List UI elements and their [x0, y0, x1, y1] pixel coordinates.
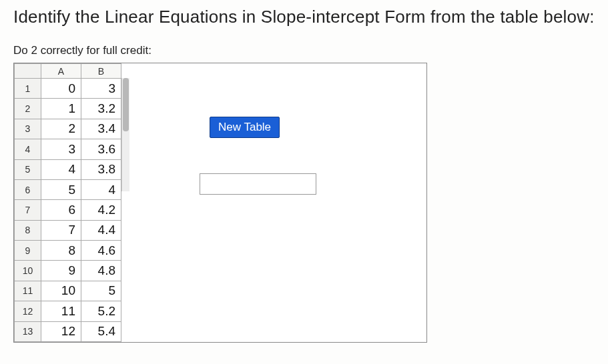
- cell-a[interactable]: 1: [41, 99, 81, 119]
- cell-a[interactable]: 6: [41, 200, 81, 220]
- spreadsheet-area: A B 103213.2323.4433.6543.8654764.2874.4…: [14, 63, 129, 342]
- data-table: A B 103213.2323.4433.6543.8654764.2874.4…: [14, 63, 121, 342]
- cell-b[interactable]: 4.6: [81, 241, 121, 261]
- table-row: 213.2: [15, 99, 121, 119]
- table-row: 323.4: [15, 119, 121, 139]
- cell-b[interactable]: 4.2: [81, 200, 121, 220]
- cell-a[interactable]: 9: [41, 261, 81, 281]
- row-number[interactable]: 1: [15, 79, 41, 99]
- question-title: Identify the Linear Equations in Slope-i…: [13, 7, 595, 27]
- row-number[interactable]: 7: [15, 200, 41, 220]
- col-header-a[interactable]: A: [41, 64, 81, 79]
- row-number[interactable]: 11: [15, 281, 41, 301]
- cell-a[interactable]: 10: [41, 281, 81, 301]
- cell-a[interactable]: 7: [41, 220, 81, 240]
- row-number[interactable]: 2: [15, 99, 41, 119]
- cell-b[interactable]: 3.2: [81, 99, 121, 119]
- col-header-b[interactable]: B: [81, 64, 121, 79]
- table-row: 1094.8: [15, 261, 121, 281]
- cell-b[interactable]: 4.8: [81, 261, 121, 281]
- cell-a[interactable]: 3: [41, 139, 81, 159]
- cell-a[interactable]: 4: [41, 159, 81, 179]
- cell-b[interactable]: 3.8: [81, 159, 121, 179]
- controls-panel: New Table: [129, 63, 426, 342]
- table-row: 764.2: [15, 200, 121, 220]
- cell-b[interactable]: 3.4: [81, 119, 121, 139]
- table-row: 654: [15, 179, 121, 199]
- table-row: 433.6: [15, 139, 121, 159]
- instruction-text: Do 2 correctly for full credit:: [13, 44, 595, 57]
- row-number[interactable]: 3: [15, 119, 41, 139]
- table-row: 103: [15, 79, 121, 99]
- cell-b[interactable]: 5.2: [81, 301, 121, 321]
- cell-a[interactable]: 2: [41, 119, 81, 139]
- cell-b[interactable]: 4: [81, 179, 121, 199]
- table-row: 543.8: [15, 159, 121, 179]
- cell-b[interactable]: 3.6: [81, 139, 121, 159]
- cell-a[interactable]: 12: [41, 321, 81, 342]
- cell-a[interactable]: 8: [41, 241, 81, 261]
- row-number[interactable]: 13: [15, 321, 41, 342]
- row-number[interactable]: 4: [15, 139, 41, 159]
- cell-b[interactable]: 5: [81, 281, 121, 301]
- content-panel: A B 103213.2323.4433.6543.8654764.2874.4…: [13, 63, 427, 343]
- cell-b[interactable]: 3: [81, 79, 121, 99]
- corner-header: [15, 64, 41, 79]
- row-number[interactable]: 5: [15, 159, 41, 179]
- row-number[interactable]: 8: [15, 220, 41, 240]
- table-row: 874.4: [15, 220, 121, 240]
- row-number[interactable]: 6: [15, 179, 41, 199]
- new-table-button[interactable]: New Table: [210, 117, 280, 138]
- scrollbar-thumb[interactable]: [123, 78, 129, 131]
- cell-a[interactable]: 0: [41, 79, 81, 99]
- row-number[interactable]: 9: [15, 241, 41, 261]
- row-number[interactable]: 12: [15, 301, 41, 321]
- table-row: 11105: [15, 281, 121, 301]
- answer-input[interactable]: [200, 173, 316, 195]
- cell-a[interactable]: 11: [41, 301, 81, 321]
- cell-b[interactable]: 4.4: [81, 220, 121, 240]
- table-row: 12115.2: [15, 301, 121, 321]
- cell-a[interactable]: 5: [41, 179, 81, 199]
- table-row: 984.6: [15, 241, 121, 261]
- row-number[interactable]: 10: [15, 261, 41, 281]
- vertical-scrollbar[interactable]: [121, 78, 129, 191]
- cell-b[interactable]: 5.4: [81, 321, 121, 342]
- table-row: 13125.4: [15, 321, 121, 342]
